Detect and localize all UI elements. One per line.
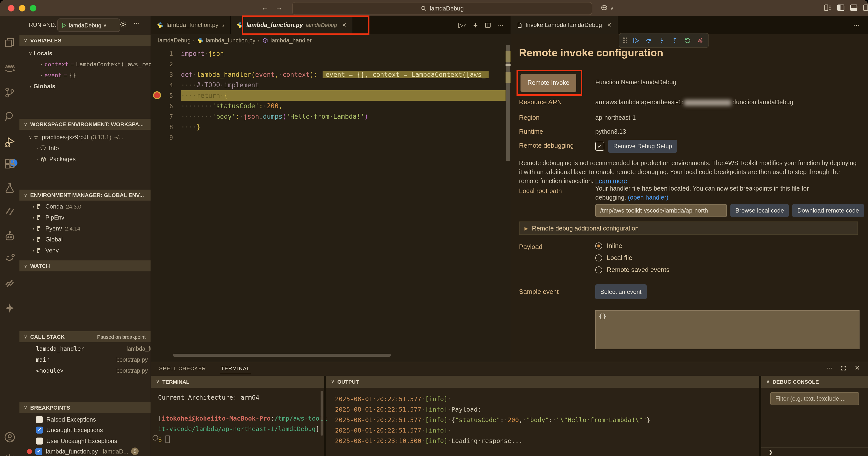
radio-icon[interactable] bbox=[595, 254, 602, 261]
radio-remote-saved-events[interactable]: Remote saved events bbox=[595, 266, 669, 274]
editor-hscrollbar[interactable] bbox=[173, 354, 391, 357]
checkbox-checked[interactable]: ✓ bbox=[36, 426, 43, 433]
code-line[interactable]: 9 bbox=[151, 132, 505, 143]
terminal-content[interactable]: Current Architecture: arm64[itokohei@koh… bbox=[158, 392, 327, 445]
section-breakpoints[interactable]: ∨BREAKPOINTS bbox=[20, 402, 151, 413]
tab-close-icon[interactable]: ✕ bbox=[342, 22, 346, 28]
line-number[interactable]: 7 bbox=[151, 113, 181, 120]
debug-step-over-icon[interactable] bbox=[645, 37, 653, 44]
code-line[interactable]: 8····} bbox=[151, 122, 505, 132]
chevrons-extension-icon[interactable] bbox=[3, 277, 16, 289]
debug-step-into-icon[interactable] bbox=[658, 37, 665, 44]
tree-item-global[interactable]: ›Global bbox=[20, 234, 161, 245]
section-variables[interactable]: ∨VARIABLES bbox=[20, 35, 151, 46]
tree-item-event[interactable]: ›event={} bbox=[20, 70, 169, 80]
source-control-icon[interactable] bbox=[3, 86, 16, 99]
window-zoom-button[interactable] bbox=[30, 5, 36, 11]
payload-textarea[interactable]: {} bbox=[595, 310, 860, 349]
breakpoint-row[interactable]: ✓lambda_function.pylamdaD...5 bbox=[20, 446, 158, 456]
radio-local-file[interactable]: Local file bbox=[595, 254, 632, 261]
breakpoint-row[interactable]: User Uncaught Exceptions bbox=[20, 435, 167, 446]
local-root-path-input[interactable]: /tmp/aws-toolkit-vscode/lambda/ap-north bbox=[595, 204, 727, 217]
panel-divider[interactable] bbox=[324, 376, 326, 456]
copilot-icon[interactable] bbox=[600, 3, 609, 12]
panel-tab-spell-checker[interactable]: SPELL CHECKER bbox=[158, 362, 207, 374]
tree-item-pyenv[interactable]: ›Pyenv2.4.14 bbox=[20, 223, 161, 233]
nav-back-icon[interactable]: ← bbox=[261, 3, 269, 11]
checkbox-unchecked[interactable] bbox=[36, 416, 43, 423]
remote-debug-additional-config[interactable]: ▶Remote debug additional configuration bbox=[519, 222, 858, 235]
section-call-stack[interactable]: ∨CALL STACKPaused on breakpoint bbox=[20, 331, 151, 342]
debug-continue-icon[interactable] bbox=[632, 37, 640, 44]
tree-item-venv[interactable]: ›Venv bbox=[20, 245, 161, 255]
copilot-chevron-icon[interactable]: ∨ bbox=[610, 6, 614, 11]
code-line[interactable]: 2 bbox=[151, 59, 505, 69]
robot-extension-icon[interactable] bbox=[3, 230, 16, 243]
remote-invoke-button[interactable]: Remote Invoke bbox=[521, 74, 576, 92]
tree-item-pipenv[interactable]: ›PipEnv bbox=[20, 212, 161, 223]
output-content[interactable]: 2025-08-01·20:22:51.577·[info]·2025-08-0… bbox=[335, 394, 650, 446]
breadcrumb-folder[interactable]: lamdaDebug bbox=[158, 37, 190, 44]
tab-close-icon[interactable]: ✕ bbox=[607, 22, 612, 28]
line-number[interactable]: 9 bbox=[151, 134, 181, 141]
tree-item-locals[interactable]: ∨Locals bbox=[20, 48, 159, 58]
toolbar-grip[interactable] bbox=[623, 38, 627, 44]
debug-toolbar[interactable] bbox=[619, 33, 709, 48]
smiley-extension-icon[interactable] bbox=[3, 252, 16, 264]
line-number[interactable]: 1 bbox=[151, 50, 181, 57]
panel-divider[interactable] bbox=[759, 376, 761, 456]
explorer-icon[interactable] bbox=[3, 36, 16, 49]
extensions-icon[interactable] bbox=[3, 158, 16, 170]
code-line[interactable]: 7········'body':·json.dumps('Hello·from·… bbox=[151, 111, 505, 122]
debug-console-section-header[interactable]: ∨DEBUG CONSOLE bbox=[761, 376, 868, 388]
settings-gear-icon[interactable] bbox=[3, 453, 16, 456]
checkbox-checked[interactable]: ✓ bbox=[35, 448, 42, 455]
line-number[interactable]: 4 bbox=[151, 82, 181, 89]
section-workspace-environment[interactable]: ∨WORKSPACE ENVIRONMENT: WORKSPA... bbox=[20, 119, 151, 130]
tree-item-conda[interactable]: ›Conda24.3.0 bbox=[20, 201, 161, 211]
breakpoint-row[interactable]: ✓Uncaught Exceptions bbox=[20, 425, 167, 435]
learn-more-link[interactable]: Learn more bbox=[595, 178, 627, 184]
search-sidebar-icon[interactable] bbox=[3, 110, 16, 123]
tab-invoke-lambda[interactable]: Invoke Lambda lamdaDebug ✕ bbox=[510, 16, 618, 34]
panel-maximize-icon[interactable] bbox=[841, 365, 846, 371]
output-section-header[interactable]: ∨OUTPUT bbox=[326, 376, 759, 388]
debug-settings-gear-icon[interactable] bbox=[119, 21, 127, 28]
toggle-panel-icon[interactable] bbox=[849, 3, 858, 12]
run-python-file-icon[interactable]: ▷∨ bbox=[458, 21, 466, 29]
command-center-search[interactable]: lamdaDebug bbox=[292, 2, 592, 15]
debug-restart-icon[interactable] bbox=[684, 37, 691, 44]
section-watch[interactable]: ∨WATCH bbox=[20, 260, 151, 272]
paused-breakpoint-icon[interactable] bbox=[154, 92, 160, 98]
browse-local-code-button[interactable]: Browse local code bbox=[731, 204, 789, 217]
breakpoint-row[interactable]: Raised Exceptions bbox=[20, 414, 167, 425]
stripes-extension-icon[interactable] bbox=[3, 205, 16, 218]
panel-tab-terminal[interactable]: TERMINAL bbox=[220, 362, 251, 374]
panel-more-icon[interactable]: ⋯ bbox=[826, 364, 833, 372]
checkbox-unchecked[interactable] bbox=[36, 437, 43, 444]
window-close-button[interactable] bbox=[8, 5, 14, 11]
line-number[interactable]: 6 bbox=[151, 103, 181, 110]
callstack-frame[interactable]: lambda_handlerlambda_functi... bbox=[20, 343, 172, 354]
radio-inline[interactable]: Inline bbox=[595, 242, 622, 250]
radio-selected-icon[interactable] bbox=[595, 242, 602, 249]
callstack-frame[interactable]: mainbootstrap.py60:1 bbox=[20, 354, 172, 365]
tab-lambda-function-remote[interactable]: lambda_function.py lamdaDebug ✕ bbox=[231, 16, 353, 34]
toggle-sidebar-left-icon[interactable] bbox=[837, 3, 845, 12]
tab-lambda-function-local[interactable]: lambda_function.py ./ bbox=[151, 16, 231, 34]
terminal-section-header[interactable]: ∨TERMINAL bbox=[151, 376, 324, 388]
tree-item-info[interactable]: ›ⓘInfo bbox=[20, 143, 165, 153]
start-debug-icon[interactable] bbox=[61, 22, 67, 28]
line-number[interactable]: 8 bbox=[151, 123, 181, 131]
aws-icon[interactable]: aws bbox=[3, 61, 16, 74]
editor-scrollbar[interactable] bbox=[505, 16, 510, 362]
sparkle-action-icon[interactable] bbox=[472, 22, 478, 28]
tree-item-context[interactable]: ›context=LambdaContext([aws_req… bbox=[20, 59, 169, 69]
test-flask-icon[interactable] bbox=[3, 181, 16, 194]
run-and-debug-icon[interactable] bbox=[3, 136, 16, 148]
remote-debugging-checkbox[interactable]: ✓ bbox=[595, 142, 604, 151]
scrollbar-thumb[interactable] bbox=[506, 45, 510, 161]
nav-forward-icon[interactable]: → bbox=[275, 3, 283, 11]
launch-config-dropdown[interactable]: lamdaDebug ∨ bbox=[57, 19, 120, 32]
accounts-icon[interactable] bbox=[3, 431, 16, 444]
